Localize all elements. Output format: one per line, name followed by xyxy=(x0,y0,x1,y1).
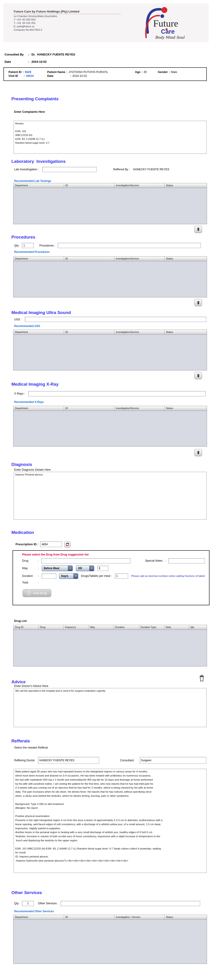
referral-doctor-row: Reffering Doctor Consultant xyxy=(14,757,206,764)
xray-label: X-Rays : xyxy=(14,392,25,395)
patient-id-label: Patient ID xyxy=(8,70,22,74)
gender-value: Male xyxy=(171,70,177,74)
total-label: Total xyxy=(22,581,38,584)
procedures-delete-button[interactable] xyxy=(194,299,202,306)
xray-table: Department ID Investigation/Service Stat… xyxy=(13,406,207,447)
trash-icon xyxy=(196,227,201,231)
lab-col-investigation: Investigation/Service xyxy=(114,183,165,188)
lab-col-department: Department xyxy=(13,183,64,188)
prescription-id-row: Prescription ID : xyxy=(16,541,71,547)
trash-icon xyxy=(196,301,201,305)
duration-input[interactable] xyxy=(42,573,56,579)
procedures-qty-input[interactable] xyxy=(22,243,34,248)
xray-input[interactable] xyxy=(28,391,206,396)
procedures-label: Procedures : xyxy=(39,244,55,247)
recommended-uss-link[interactable]: Recommended USS xyxy=(14,325,40,328)
advice-label: Enter Doctor's Advice Here xyxy=(14,684,48,687)
company-number: Company No.8417652-2 xyxy=(14,29,128,31)
company-name: Future Care by Future Holdings (Pty) Lim… xyxy=(14,10,121,14)
drug-label: Drug xyxy=(22,559,38,562)
diagnosis-textarea[interactable]: Impress Perianal abcess xyxy=(14,472,207,520)
procedures-col-id: ID xyxy=(64,256,114,261)
other-services-input-row: Qty : Other Services : xyxy=(14,901,200,906)
meal-select[interactable]: Before Meal ▼ xyxy=(42,565,73,571)
drug-list-label: Drug List xyxy=(14,619,27,622)
consulted-by-value: Dr. HANECKY FUENTE REYES xyxy=(32,53,75,56)
duration-unit-select[interactable]: Day/s ▼ xyxy=(59,573,78,579)
referring-doctor-label: Reffering Doctor xyxy=(14,759,35,762)
company-phone2: T: +24 84 225 252 xyxy=(14,22,128,24)
consult-date-row: Date : 2024-10-02 xyxy=(5,60,47,64)
colon: : xyxy=(38,566,42,570)
section-title-laboratory: Laboratory Investigations xyxy=(11,159,66,164)
fraction-note: Please add as decimal numbers when addin… xyxy=(131,574,205,578)
procedures-table-header: Department ID Investigation/Service Stat… xyxy=(13,256,207,261)
uss-delete-button[interactable] xyxy=(194,372,202,379)
uss-input[interactable] xyxy=(25,317,206,322)
colon: : xyxy=(165,559,169,562)
referrals-subtitle: Select the needed Refferal xyxy=(14,746,48,749)
consulted-by-label: Consulted By xyxy=(5,53,28,56)
uss-table-body xyxy=(13,335,207,370)
recommended-xrays-link[interactable]: Recommended X-Rays xyxy=(14,401,44,404)
referring-doctor-input[interactable] xyxy=(38,757,99,764)
colon: : xyxy=(28,53,32,56)
recommended-other-services-link[interactable]: Recommended Other Services xyxy=(14,910,54,913)
section-title-other-services: Other Services xyxy=(11,890,42,896)
consultant-input[interactable] xyxy=(140,757,206,764)
trash-outline-icon xyxy=(199,675,205,682)
patient-row-1: Patient ID : 5629 Patient Name : JYOTHIS… xyxy=(8,70,202,74)
procedures-input[interactable] xyxy=(58,243,201,248)
drug-col-duration: Duration xyxy=(114,625,139,630)
lab-delete-button[interactable] xyxy=(194,226,202,233)
other-services-qty-input[interactable] xyxy=(22,901,34,906)
section-title-ultrasound: Medical Imaging Ultra Sound xyxy=(11,310,71,315)
other-services-table-body xyxy=(13,920,207,964)
procedures-table: Department ID Investigation/Service Stat… xyxy=(13,256,207,298)
per-meal-input[interactable] xyxy=(115,573,128,579)
referred-by-value: HANECKY FUENTE REYES xyxy=(133,168,169,171)
drug-input[interactable] xyxy=(41,558,130,563)
trash-icon xyxy=(196,450,201,455)
uss-table: Department ID Investigation/Service Stat… xyxy=(13,330,207,371)
logo-graphic: Future Care Body Mind Soul xyxy=(134,3,202,40)
procedures-input-row: Qty : Procedures : xyxy=(14,243,201,248)
way-qty-input[interactable] xyxy=(97,566,108,571)
special-notes-input[interactable] xyxy=(169,558,205,563)
age-label: Age xyxy=(135,70,140,74)
advice-textarea[interactable]: We call the specialist in the hospital a… xyxy=(14,688,207,727)
colon: : xyxy=(22,74,26,78)
section-title-medication: Medication xyxy=(11,530,34,535)
company-phone1: T: +24 82 593 593 xyxy=(14,18,128,21)
logo-word-care: Care xyxy=(161,28,175,35)
referral-textarea[interactable]: Male patient aged 35 years who has had r… xyxy=(14,769,207,873)
colon: : xyxy=(22,70,25,74)
add-drug-button[interactable]: + Add Drug xyxy=(22,589,51,597)
lab-investigation-input[interactable] xyxy=(42,167,96,172)
duration-label: Duration xyxy=(22,574,38,578)
way-row: Way : Before Meal ▼ OD ▼ xyxy=(22,565,205,571)
company-address: Le Chainter,Victoria,Mahe,Seychelles xyxy=(14,15,128,18)
procedures-col-investigation: Investigation/Service xyxy=(114,256,165,261)
other-services-input[interactable] xyxy=(61,901,200,906)
xray-delete-button[interactable] xyxy=(194,449,202,456)
xray-col-id: ID xyxy=(64,406,114,411)
recommended-procedures-link[interactable]: Recommended Procedures xyxy=(14,250,50,253)
uss-trash-row xyxy=(0,372,207,379)
plus-icon: + xyxy=(27,591,31,595)
drug-list-delete-button[interactable] xyxy=(198,675,205,682)
colon: : xyxy=(38,574,42,578)
frequency-select[interactable]: OD ▼ xyxy=(76,565,94,571)
gender-label: Gender xyxy=(158,70,168,74)
patient-id-value: 5629 xyxy=(25,70,31,74)
diagnosis-label: Enter Diagnosis Details Here xyxy=(14,468,51,471)
drug-col-note: Note xyxy=(164,625,189,630)
chevron-down-icon: ▼ xyxy=(89,566,94,571)
complaints-textarea[interactable]: Review ESR- 101 WBC12220 (H) ESR- 83..2 … xyxy=(14,121,207,154)
drug-list-header: Drug ID Drug Fequency Way Duration Durat… xyxy=(13,625,207,630)
refresh-prescription-button[interactable] xyxy=(64,541,71,547)
prescription-id-input[interactable] xyxy=(40,541,62,547)
other-services-qty-label: Qty : xyxy=(14,902,20,905)
lab-col-status: Status xyxy=(165,183,207,188)
recommended-lab-testings-link[interactable]: Recommended Lab Testings xyxy=(14,180,51,183)
